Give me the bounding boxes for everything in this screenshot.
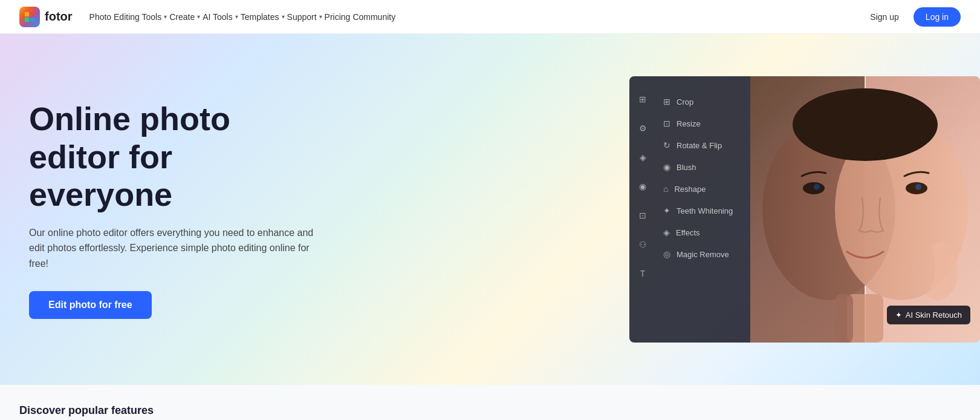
sidebar-icon-text[interactable]: T: [634, 265, 651, 282]
nav-left: fotor Photo Editing Tools▾Create▾AI Tool…: [19, 7, 395, 27]
logo[interactable]: fotor: [19, 7, 73, 27]
hero-section: Online photo editor for everyone Our onl…: [0, 34, 980, 385]
sidebar-icon-grid[interactable]: ⊞: [634, 91, 651, 108]
logo-icon: [19, 7, 40, 27]
sidebar-menu-item-effects[interactable]: ◈Effects: [656, 221, 750, 243]
svg-rect-2: [25, 17, 30, 22]
face-before: [750, 76, 865, 343]
hero-description: Our online photo editor offers everythin…: [29, 225, 322, 272]
nav-link-photo-editing-tools[interactable]: Photo Editing Tools▾: [89, 12, 167, 22]
face-comparison: ✦ AI Skin Retouch: [750, 76, 980, 343]
sidebar-icon-eye[interactable]: ◉: [634, 178, 651, 195]
nav-link-pricing[interactable]: Pricing: [325, 12, 351, 22]
navbar: fotor Photo Editing Tools▾Create▾AI Tool…: [0, 0, 980, 34]
signup-button[interactable]: Sign up: [863, 8, 906, 25]
nav-link-create[interactable]: Create▾: [169, 12, 200, 22]
comparison-divider: [865, 76, 866, 343]
svg-rect-3: [30, 17, 35, 22]
sidebar-icon-filter[interactable]: ◈: [634, 149, 651, 166]
nav-link-templates[interactable]: Templates▾: [241, 12, 285, 22]
svg-rect-0: [25, 11, 30, 16]
svg-rect-1: [30, 11, 35, 16]
ai-badge-label: AI Skin Retouch: [906, 310, 962, 320]
login-button[interactable]: Log in: [913, 7, 961, 27]
ai-skin-retouch-badge: ✦ AI Skin Retouch: [887, 306, 970, 324]
features-section: Discover popular features ✂ Create a des…: [0, 385, 980, 420]
nav-link-support[interactable]: Support▾: [287, 12, 322, 22]
sidebar-menu-item-magic-remove[interactable]: ◎Magic Remove: [656, 243, 750, 265]
brand-name: fotor: [45, 10, 73, 24]
nav-links: Photo Editing Tools▾Create▾AI Tools▾Temp…: [89, 12, 396, 22]
sidebar-menu-item-blush[interactable]: ◉Blush: [656, 156, 750, 178]
ai-badge-icon: ✦: [895, 310, 902, 320]
sidebar-menu-item-teeth-whitening[interactable]: ✦Teeth Whitening: [656, 200, 750, 221]
face-after: [865, 76, 980, 343]
sidebar-icon-adjust[interactable]: ⚙: [634, 120, 651, 137]
cta-button[interactable]: Edit photo for free: [29, 291, 152, 319]
editor-mockup: ⊞ ⚙ ◈ ◉ ⊡ ⚇ T ⊞Crop⊡Resize↻Rotate & Flip…: [629, 76, 980, 343]
sidebar-menu: ⊞Crop⊡Resize↻Rotate & Flip◉Blush⌂Reshape…: [656, 86, 750, 333]
sidebar-menu-item-reshape[interactable]: ⌂Reshape: [656, 178, 750, 200]
nav-link-ai-tools[interactable]: AI Tools▾: [203, 12, 238, 22]
features-title: Discover popular features: [19, 404, 961, 417]
nav-right: Sign up Log in: [863, 7, 961, 27]
editor-sidebar: ⊞ ⚙ ◈ ◉ ⊡ ⚇ T ⊞Crop⊡Resize↻Rotate & Flip…: [629, 76, 750, 343]
sidebar-icon-people[interactable]: ⚇: [634, 236, 651, 253]
sidebar-menu-item-rotate-&-flip[interactable]: ↻Rotate & Flip: [656, 134, 750, 156]
hero-title: Online photo editor for everyone: [29, 100, 322, 212]
nav-link-community[interactable]: Community: [352, 12, 395, 22]
sidebar-icon-strip: ⊞ ⚙ ◈ ◉ ⊡ ⚇ T: [629, 86, 656, 333]
hero-content: Online photo editor for everyone Our onl…: [0, 64, 351, 355]
sidebar-menu-item-crop[interactable]: ⊞Crop: [656, 91, 750, 113]
editor-preview: ✦ AI Skin Retouch: [750, 76, 980, 343]
sidebar-menu-item-resize[interactable]: ⊡Resize: [656, 113, 750, 134]
sidebar-icon-frame[interactable]: ⊡: [634, 207, 651, 224]
